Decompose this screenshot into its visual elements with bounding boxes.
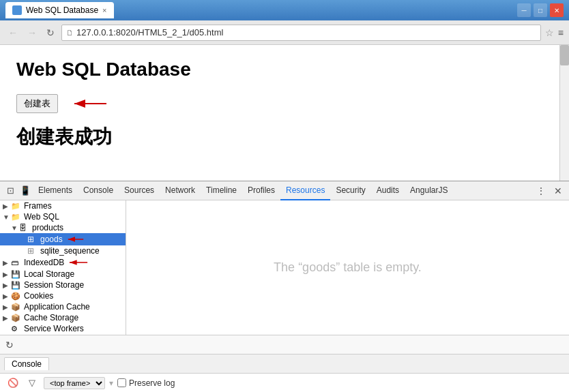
console-tab[interactable]: Console [4, 357, 49, 370]
sidebar-label-local-storage: Local Storage [24, 269, 74, 279]
tree-arrow-session: ▶ [3, 282, 11, 289]
preserve-log-checkbox[interactable] [117, 378, 126, 387]
sidebar-label-session-storage: Session Storage [24, 280, 84, 290]
tab-timeline[interactable]: Timeline [201, 181, 242, 200]
tab-close-button[interactable]: × [102, 6, 106, 14]
app-cache-icon [11, 302, 22, 312]
window-controls: ─ □ ✕ [517, 3, 564, 17]
tree-arrow-indexeddb: ▶ [3, 259, 11, 267]
service-workers-icon [11, 324, 22, 333]
devtools-more-button[interactable]: ⋮ [532, 185, 550, 196]
tab-angularjs[interactable]: AngularJS [405, 181, 453, 200]
sidebar-item-frames[interactable]: ▶ Frames [0, 200, 126, 211]
refresh-button[interactable]: ↻ [5, 340, 14, 350]
reload-button[interactable]: ↻ [44, 26, 57, 40]
sidebar-item-goods[interactable]: goods [0, 233, 126, 245]
tree-arrow-cookies: ▶ [3, 292, 11, 300]
db-icon [19, 223, 30, 232]
success-message: 创建表成功 [16, 124, 553, 150]
session-storage-icon [11, 280, 22, 290]
address-input[interactable]: 🗋 127.0.0.1:8020/HTML5_2_1/d05.html [61, 25, 541, 41]
console-input-row: 🚫 ▽ <top frame> ▾ Preserve log [0, 373, 569, 392]
menu-button[interactable]: ≡ [558, 27, 564, 38]
sidebar-item-session-storage[interactable]: ▶ Session Storage [0, 280, 126, 290]
tree-arrow-cachestore: ▶ [3, 314, 11, 322]
preserve-log-label[interactable]: Preserve log [117, 378, 175, 388]
sidebar-item-websql[interactable]: ▼ Web SQL [0, 211, 126, 222]
sidebar-label-cookies: Cookies [24, 291, 53, 301]
sidebar-item-cache-storage[interactable]: ▶ Cache Storage [0, 312, 126, 323]
sidebar-label-indexeddb: IndexedDB [24, 258, 64, 267]
tab-security[interactable]: Security [330, 181, 370, 200]
sidebar-item-app-cache[interactable]: ▶ Application Cache [0, 301, 126, 312]
frame-selector[interactable]: <top frame> [44, 377, 105, 389]
dropdown-arrow: ▾ [109, 378, 113, 388]
url-text: 127.0.0.1:8020/HTML5_2_1/d05.html [76, 27, 536, 37]
table-icon-sqlite [27, 246, 38, 256]
page-icon: 🗋 [66, 29, 74, 37]
sidebar-item-cookies[interactable]: ▶ Cookies [0, 290, 126, 301]
address-bar: ← → ↻ 🗋 127.0.0.1:8020/HTML5_2_1/d05.htm… [0, 20, 569, 45]
table-icon-goods [27, 235, 38, 244]
create-table-button[interactable]: 创建表 [16, 94, 58, 113]
tab-title: Web SQL Database [26, 5, 98, 15]
devtools-body: ▶ Frames ▼ Web SQL ▼ products [0, 200, 569, 335]
tree-arrow-local: ▶ [3, 271, 11, 278]
tab-favicon [12, 5, 22, 15]
page-area: Web SQL Database 创建表 创建表成功 [0, 45, 569, 181]
bookmark-button[interactable]: ☆ [545, 27, 554, 38]
tab-sources[interactable]: Sources [119, 181, 160, 200]
sidebar-label-products: products [32, 223, 63, 232]
forward-button[interactable]: → [25, 26, 40, 40]
page-title: Web SQL Database [16, 59, 553, 80]
browser-tab[interactable]: Web SQL Database × [5, 2, 114, 18]
devtools-mobile-icon[interactable]: 📱 [18, 183, 33, 198]
sidebar-label-app-cache: Application Cache [24, 302, 90, 312]
devtools-dock-icon[interactable]: ⊡ [3, 183, 18, 198]
tab-network[interactable]: Network [160, 181, 201, 200]
tree-arrow-websql: ▼ [3, 213, 11, 221]
close-button[interactable]: ✕ [550, 3, 564, 17]
sidebar-item-local-storage[interactable]: ▶ Local Storage [0, 269, 126, 280]
title-bar: Web SQL Database × ─ □ ✕ [0, 0, 569, 20]
devtools-sidebar: ▶ Frames ▼ Web SQL ▼ products [0, 200, 126, 335]
tab-profiles[interactable]: Profiles [242, 181, 280, 200]
sidebar-label-sqlite-sequence: sqlite_sequence [40, 246, 100, 256]
goods-red-arrow [65, 234, 86, 245]
folder-icon [11, 201, 22, 211]
page-scrollbar[interactable] [559, 45, 569, 181]
sidebar-label-frames: Frames [24, 201, 52, 211]
cache-storage-icon [11, 313, 22, 322]
sidebar-label-websql: Web SQL [24, 212, 59, 222]
console-clear-icon[interactable]: 🚫 [5, 376, 20, 391]
devtools-refresh-bar: ↻ [0, 335, 569, 354]
empty-table-message: The “goods” table is empty. [274, 260, 422, 275]
tab-elements[interactable]: Elements [33, 181, 78, 200]
devtools-main-panel: The “goods” table is empty. [126, 200, 569, 335]
tab-audits[interactable]: Audits [371, 181, 405, 200]
minimize-button[interactable]: ─ [517, 3, 531, 17]
sidebar-item-service-workers[interactable]: Service Workers [0, 323, 126, 334]
tree-arrow-products: ▼ [11, 224, 19, 232]
sidebar-item-products[interactable]: ▼ products [0, 222, 126, 233]
maximize-button[interactable]: □ [534, 3, 547, 17]
indexeddb-icon [11, 258, 22, 267]
devtools-tabbar: ⊡ 📱 Elements Console Sources Network Tim… [0, 181, 569, 200]
sidebar-label-cache-storage: Cache Storage [24, 313, 78, 322]
sidebar-label-service-workers: Service Workers [24, 324, 84, 333]
console-filter-icon[interactable]: ▽ [25, 376, 40, 391]
browser-content: Web SQL Database 创建表 创建表成功 ⊡ 📱 Elements … [0, 45, 569, 392]
tree-arrow-frames: ▶ [3, 202, 11, 210]
devtools-close-button[interactable]: ✕ [550, 185, 566, 196]
tab-console[interactable]: Console [78, 181, 119, 200]
sidebar-item-sqlite-sequence[interactable]: sqlite_sequence [0, 245, 126, 256]
indexeddb-red-arrow [67, 257, 90, 268]
devtools-panel: ⊡ 📱 Elements Console Sources Network Tim… [0, 181, 569, 392]
sidebar-label-goods: goods [40, 235, 63, 244]
back-button[interactable]: ← [5, 26, 20, 40]
tab-resources[interactable]: Resources [280, 181, 330, 200]
sidebar-item-indexeddb[interactable]: ▶ IndexedDB [0, 256, 126, 269]
arrow-annotation [69, 97, 110, 110]
scrollbar-thumb[interactable] [560, 45, 569, 65]
local-storage-icon [11, 269, 22, 279]
